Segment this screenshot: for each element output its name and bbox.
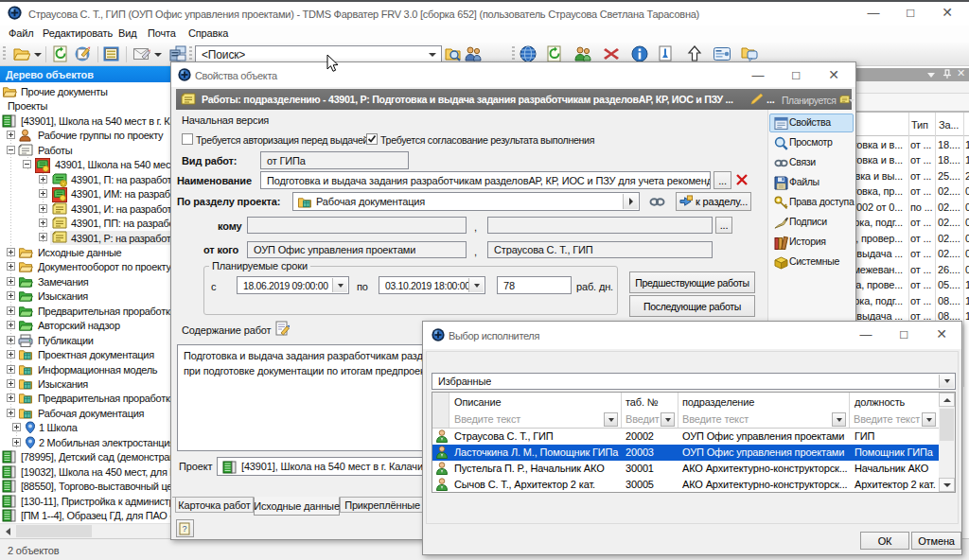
svg-text:?: ? bbox=[183, 524, 187, 534]
